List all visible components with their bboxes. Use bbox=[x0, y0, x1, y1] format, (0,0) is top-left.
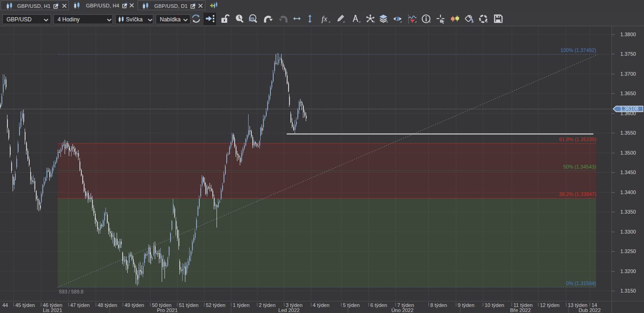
svg-text:1.36108: 1.36108 bbox=[620, 106, 638, 111]
svg-text:fx: fx bbox=[322, 14, 328, 23]
